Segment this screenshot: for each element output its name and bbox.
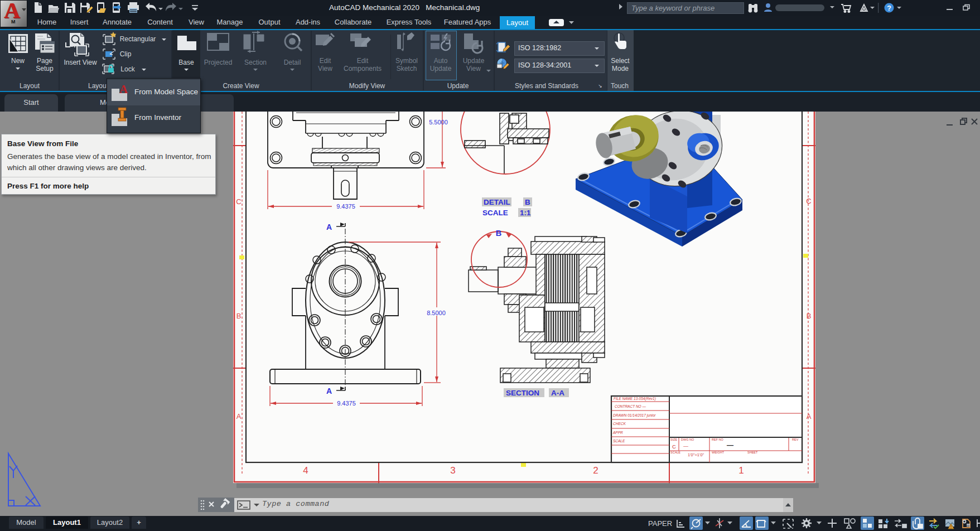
svg-text:WEIGHT: WEIGHT bbox=[712, 451, 725, 454]
svg-text:!: ! bbox=[950, 525, 952, 529]
svg-text:SCALE: SCALE bbox=[613, 439, 625, 443]
svg-text:—: — bbox=[727, 441, 733, 449]
svg-text:DWG NO: DWG NO bbox=[681, 438, 694, 441]
svg-text:C: C bbox=[806, 197, 811, 205]
svg-text:SCALE: SCALE bbox=[482, 209, 508, 217]
svg-text:C: C bbox=[236, 197, 241, 206]
svg-text:4: 4 bbox=[303, 465, 308, 476]
svg-text:SCALE: SCALE bbox=[670, 451, 680, 454]
svg-text:SECTION: SECTION bbox=[506, 389, 539, 397]
svg-text:?: ? bbox=[887, 4, 891, 12]
svg-text:A: A bbox=[807, 412, 812, 421]
svg-text:REF NO: REF NO bbox=[712, 438, 724, 441]
svg-text:C: C bbox=[672, 443, 676, 450]
svg-text:A: A bbox=[326, 387, 332, 395]
svg-text:FILE NAME 13-054(Rev1): FILE NAME 13-054(Rev1) bbox=[614, 397, 656, 401]
svg-text:9.4375: 9.4375 bbox=[336, 203, 355, 210]
svg-text:B: B bbox=[236, 312, 242, 320]
svg-text:REV: REV bbox=[792, 438, 799, 441]
svg-text:A-A: A-A bbox=[551, 389, 564, 397]
svg-text:2: 2 bbox=[593, 465, 598, 476]
svg-text:A: A bbox=[236, 412, 242, 421]
svg-text:8.5000: 8.5000 bbox=[427, 310, 446, 316]
svg-text:A: A bbox=[326, 223, 332, 231]
svg-text:5.5000: 5.5000 bbox=[429, 119, 448, 125]
svg-text:CHECK: CHECK bbox=[613, 422, 626, 426]
svg-text:DRAWN 01/14/2017 junior: DRAWN 01/14/2017 junior bbox=[613, 413, 656, 418]
svg-text:DETAIL: DETAIL bbox=[484, 198, 510, 206]
svg-text:A: A bbox=[119, 83, 128, 96]
svg-text:SIZE: SIZE bbox=[670, 438, 678, 441]
svg-text:1:1: 1:1 bbox=[520, 209, 531, 217]
svg-text:B: B bbox=[807, 312, 812, 320]
svg-text:9.4375: 9.4375 bbox=[337, 400, 356, 407]
svg-text:B: B bbox=[525, 198, 530, 206]
svg-text:B: B bbox=[496, 229, 501, 238]
svg-text:3: 3 bbox=[450, 465, 455, 476]
svg-text:1: 1 bbox=[738, 465, 744, 476]
svg-text:SHEET: SHEET bbox=[747, 451, 758, 454]
svg-text:APPR: APPR bbox=[612, 431, 623, 435]
svg-text:—: — bbox=[683, 443, 688, 449]
svg-text:1'0"=1'0": 1'0"=1'0" bbox=[688, 452, 704, 457]
svg-text:CONTRACT NO —: CONTRACT NO — bbox=[615, 404, 646, 408]
